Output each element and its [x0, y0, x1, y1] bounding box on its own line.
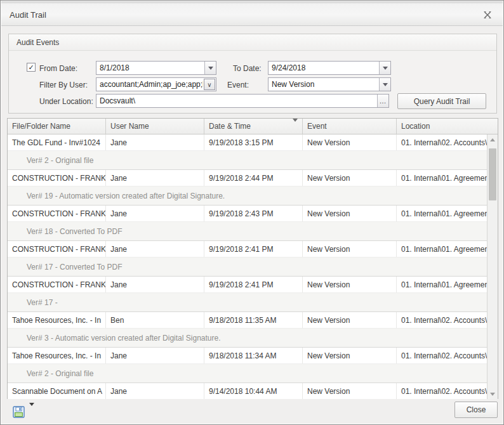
from-date-label: From Date: [39, 64, 77, 73]
grid-body: The GDL Fund - Inv#1024 Jane 9/19/2018 3… [8, 134, 488, 400]
cell-event: New Version [303, 277, 397, 292]
cell-date-time: 9/19/2018 2:41 PM [204, 277, 303, 292]
cell-user-name: Jane [106, 134, 204, 150]
grid-row-group: CONSTRUCTION - FRANKE Jane 9/19/2018 2:4… [8, 241, 488, 277]
scroll-down-icon[interactable] [487, 389, 498, 400]
table-row[interactable]: Tahoe Resources, Inc. - In Ben 9/18/2018… [8, 312, 488, 329]
grid-row-group: The GDL Fund - Inv#1024 Jane 9/19/2018 3… [8, 134, 488, 170]
table-row[interactable]: Tahoe Resources, Inc. - In Jane 9/18/201… [8, 348, 488, 364]
column-header-file-folder-name[interactable]: File/Folder Name [8, 119, 106, 134]
table-row[interactable]: CONSTRUCTION - FRANKE Jane 9/19/2018 2:4… [8, 241, 488, 258]
grid-row-group: Scannable Document on A Jane 9/14/2018 1… [8, 383, 488, 400]
table-row[interactable]: CONSTRUCTION - FRANKE Jane 9/19/2018 2:4… [8, 277, 488, 293]
groupbox-header: Audit Events [9, 34, 496, 51]
cell-event: New Version [303, 383, 397, 400]
column-header-date-time[interactable]: Date & Time [204, 119, 303, 134]
version-note-row: Ver# 2 - Original file [8, 364, 488, 383]
browse-location-button[interactable]: … [377, 95, 388, 107]
version-note-row: Ver# 2 - Original file [8, 151, 488, 169]
audit-grid: File/Folder Name User Name Date & Time E… [7, 118, 498, 400]
column-header-user-name[interactable]: User Name [106, 119, 204, 134]
grid-row-group: Tahoe Resources, Inc. - In Ben 9/18/2018… [8, 312, 488, 348]
cell-file-folder-name: CONSTRUCTION - FRANKE [8, 241, 106, 257]
cell-date-time: 9/19/2018 2:44 PM [204, 170, 303, 186]
audit-trail-dialog: Audit Trail Audit Events ✓ From Date: 8/… [0, 0, 504, 425]
event-value: New Version [269, 78, 379, 91]
version-note-row: Ver# 17 - Converted To PDF [8, 258, 488, 276]
cell-file-folder-name: CONSTRUCTION - FRANKE [8, 277, 106, 292]
to-date-combo[interactable]: 9/24/2018 [268, 61, 391, 75]
cell-user-name: Jane [106, 241, 204, 257]
from-date-combo[interactable]: 8/1/2018 [96, 61, 216, 75]
close-button[interactable]: Close [454, 402, 498, 418]
filter-by-user-combo[interactable]: accountant;Admin;ap_joe;app;B ∨ [96, 77, 216, 91]
cell-event: New Version [303, 241, 397, 257]
from-date-value: 8/1/2018 [96, 62, 204, 74]
table-row[interactable]: CONSTRUCTION - FRANKE Jane 9/19/2018 2:4… [8, 206, 488, 222]
close-icon[interactable] [481, 9, 494, 20]
grid-header-row: File/Folder Name User Name Date & Time E… [8, 119, 498, 134]
table-row[interactable]: Scannable Document on A Jane 9/14/2018 1… [8, 383, 488, 400]
cell-user-name: Jane [106, 348, 204, 363]
cell-file-folder-name: Scannable Document on A [8, 383, 106, 400]
cell-file-folder-name: The GDL Fund - Inv#1024 [8, 134, 106, 150]
cell-user-name: Ben [106, 312, 204, 328]
to-date-dropdown-icon[interactable] [379, 62, 390, 74]
save-export-button[interactable] [9, 403, 38, 420]
cell-file-folder-name: Tahoe Resources, Inc. - In [8, 312, 106, 328]
cell-date-time: 9/19/2018 2:43 PM [204, 206, 303, 221]
cell-location: 01. Internal\01. Agreemen [397, 241, 488, 257]
cell-location: 01. Internal\02. Accounts\ [397, 383, 488, 400]
cell-location: 01. Internal\01. Agreemen [397, 170, 488, 186]
to-date-value: 9/24/2018 [269, 62, 379, 74]
grid-row-group: Tahoe Resources, Inc. - In Jane 9/18/201… [8, 348, 488, 383]
event-label: Event: [227, 81, 249, 89]
cell-user-name: Jane [106, 206, 204, 221]
under-location-field[interactable]: Docsvault\ … [96, 94, 389, 108]
column-header-location[interactable]: Location [397, 119, 498, 134]
filter-by-user-label: Filter By User: [39, 81, 88, 89]
under-location-value: Docsvault\ [96, 95, 377, 107]
under-location-label: Under Location: [39, 97, 93, 106]
cell-location: 01. Internal\02. Accounts\ [397, 134, 488, 150]
from-date-dropdown-icon[interactable] [204, 62, 216, 74]
version-note-row: Ver# 19 - Automatic version created afte… [8, 186, 488, 205]
event-combo[interactable]: New Version [268, 77, 391, 91]
version-note-row: Ver# 3 - Automatic version created after… [8, 329, 488, 347]
grid-row-group: CONSTRUCTION - FRANKE Jane 9/19/2018 2:4… [8, 277, 488, 312]
cell-user-name: Jane [106, 170, 204, 186]
vertical-scrollbar[interactable] [487, 134, 498, 400]
column-header-event[interactable]: Event [303, 119, 397, 134]
table-row[interactable]: The GDL Fund - Inv#1024 Jane 9/19/2018 3… [8, 134, 488, 151]
cell-location: 01. Internal\01. Agreemen [397, 206, 488, 221]
footer-bar: Close [1, 399, 503, 424]
cell-user-name: Jane [106, 277, 204, 292]
cell-user-name: Jane [106, 383, 204, 400]
cell-event: New Version [303, 206, 397, 221]
scroll-up-icon[interactable] [487, 134, 498, 145]
grid-row-group: CONSTRUCTION - FRANKE Jane 9/19/2018 2:4… [8, 170, 488, 206]
cell-location: 01. Internal\01. Agreemen [397, 277, 488, 292]
from-date-checkbox[interactable]: ✓ [27, 63, 36, 72]
cell-file-folder-name: CONSTRUCTION - FRANKE [8, 170, 106, 186]
save-dropdown-icon[interactable] [29, 406, 34, 417]
cell-date-time: 9/14/2018 10:44 AM [204, 383, 303, 400]
groupbox-title: Audit Events [17, 38, 59, 47]
cell-date-time: 9/18/2018 11:34 AM [204, 348, 303, 363]
cell-date-time: 9/19/2018 3:15 PM [204, 134, 303, 150]
filter-by-user-value: accountant;Admin;ap_joe;app;B [96, 78, 203, 91]
event-dropdown-icon[interactable] [379, 78, 390, 91]
version-note-row: Ver# 17 - [8, 293, 488, 311]
cell-date-time: 9/19/2018 2:41 PM [204, 241, 303, 257]
cell-date-time: 9/18/2018 11:35 AM [204, 312, 303, 328]
to-date-label: To Date: [233, 64, 262, 73]
scrollbar-thumb[interactable] [489, 148, 496, 200]
cell-event: New Version [303, 348, 397, 363]
title-bar: Audit Trail [1, 1, 503, 26]
save-icon [13, 406, 25, 418]
table-row[interactable]: CONSTRUCTION - FRANKE Jane 9/19/2018 2:4… [8, 170, 488, 186]
filter-by-user-dropdown-icon[interactable]: ∨ [204, 79, 215, 90]
version-note-row: Ver# 18 - Converted To PDF [8, 222, 488, 240]
cell-event: New Version [303, 170, 397, 186]
query-audit-trail-button[interactable]: Query Audit Trail [397, 93, 486, 109]
